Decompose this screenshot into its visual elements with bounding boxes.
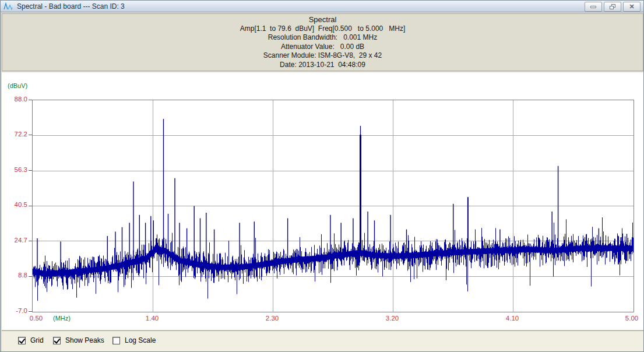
y-axis-tick (29, 241, 32, 241)
checkbox-label: Grid (30, 336, 44, 344)
scan-info-header: Spectral Amp[1.1 to 79.6 dBuV] Freq[0.50… (2, 13, 643, 71)
x-tick-label: 3.20 (382, 315, 402, 322)
checkbox-box[interactable] (112, 337, 120, 344)
scan-title: Spectral (2, 15, 643, 24)
spectral-chart: (dBuV) 88.0 72.2 56.3 40.5 24.7 8.8 -7.0… (2, 72, 643, 330)
y-axis-unit-label: (dBuV) (8, 82, 27, 89)
spectral-trace-svg (33, 100, 634, 312)
grid-checkbox[interactable]: Grid (18, 336, 44, 344)
x-tick-label: 5.00 (622, 315, 642, 322)
resolution-bandwidth: Resolution Bandwidth: 0.001 MHz (2, 33, 643, 43)
scanner-module: Scanner Module: ISM-8G-V8, 29 x 42 (2, 51, 643, 61)
scan-date: Date: 2013-10-21 04:48:09 (2, 61, 643, 70)
y-axis-tick (29, 170, 32, 171)
y-tick-label: 72.2 (4, 131, 27, 138)
y-axis-tick (29, 311, 32, 312)
restore-icon (610, 4, 615, 9)
log-scale-checkbox[interactable]: Log Scale (112, 336, 156, 344)
y-tick-label: 56.3 (4, 166, 27, 173)
y-axis-tick (29, 276, 32, 277)
x-tick-label: 1.40 (142, 315, 162, 322)
waveform-icon (3, 2, 14, 10)
options-bar: Grid Show Peaks Log Scale (2, 330, 643, 351)
minimize-icon (590, 6, 596, 8)
checkbox-box[interactable] (53, 337, 61, 344)
x-axis-unit-label: (MHz) (53, 315, 71, 322)
x-tick-label: 4.10 (502, 315, 522, 322)
close-button[interactable]: ✕ (623, 2, 641, 12)
y-tick-label: 40.5 (4, 201, 27, 208)
y-axis-tick (29, 100, 32, 100)
x-tick-label: 0.50 (26, 315, 46, 322)
x-tick-label: 2.30 (262, 315, 282, 322)
amp-freq-range: Amp[1.1 to 79.6 dBuV] Freq[0.500 to 5.00… (2, 24, 643, 34)
y-axis-tick (29, 206, 32, 206)
minimize-button[interactable] (585, 2, 602, 12)
show-peaks-checkbox[interactable]: Show Peaks (53, 336, 104, 344)
checkbox-label: Show Peaks (65, 336, 104, 344)
close-icon: ✕ (629, 3, 634, 10)
y-tick-label: -7.0 (4, 307, 27, 314)
checkbox-box[interactable] (18, 337, 26, 344)
window-controls: ✕ (585, 2, 641, 12)
y-tick-label: 24.7 (4, 237, 27, 244)
restore-button[interactable] (604, 2, 621, 12)
y-axis-tick (29, 135, 32, 135)
window-title: Spectral - Bad board --- Scan ID: 3 (17, 2, 125, 10)
attenuator-value: Attenuator Value: 0.00 dB (2, 43, 643, 52)
plot-area (32, 100, 634, 312)
y-tick-label: 88.0 (4, 96, 27, 103)
app-window: Spectral - Bad board --- Scan ID: 3 ✕ Sp… (0, 0, 644, 352)
y-tick-label: 8.8 (4, 272, 27, 279)
title-bar[interactable]: Spectral - Bad board --- Scan ID: 3 ✕ (1, 1, 643, 12)
checkbox-label: Log Scale (125, 336, 156, 344)
